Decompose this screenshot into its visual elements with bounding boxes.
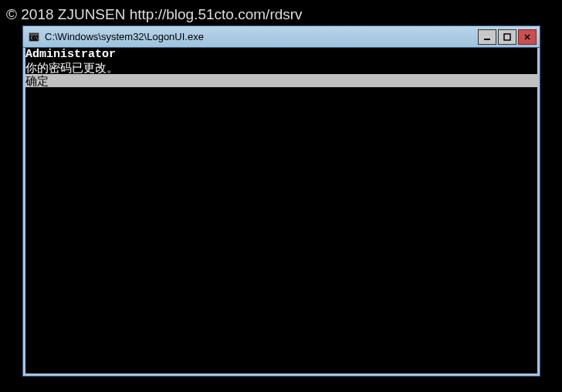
svg-text:C:\: C:\	[31, 35, 38, 39]
window-title: C:\Windows\system32\LogonUI.exe	[45, 31, 478, 42]
minimize-button[interactable]	[478, 29, 496, 45]
svg-rect-4	[504, 34, 510, 40]
ok-button[interactable]: 确定	[25, 74, 537, 87]
window-controls	[478, 26, 540, 47]
console-area[interactable]: Administrator 你的密码已更改。 确定	[23, 48, 540, 376]
svg-rect-3	[484, 39, 490, 40]
app-icon: C:\	[28, 31, 40, 43]
close-button[interactable]	[518, 29, 537, 45]
application-window: C:\ C:\Windows\system32\LogonUI.exe Admi…	[22, 25, 540, 377]
username-line: Administrator	[25, 48, 537, 61]
titlebar[interactable]: C:\ C:\Windows\system32\LogonUI.exe	[23, 26, 540, 48]
watermark-text: © 2018 ZJUNSEN http://blog.51cto.com/rds…	[6, 6, 303, 23]
maximize-button[interactable]	[498, 29, 516, 45]
message-line: 你的密码已更改。	[25, 61, 537, 74]
